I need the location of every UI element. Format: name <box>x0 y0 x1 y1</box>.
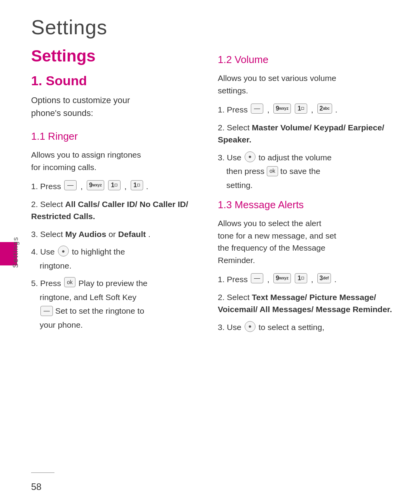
left-column: Settings 1. Sound Options to customize y… <box>31 47 202 339</box>
key-1-msg: 1☐ <box>295 273 307 283</box>
sound-title: 1. Sound <box>31 73 202 88</box>
ok-key-icon: ok <box>64 277 75 287</box>
message-desc: Allows you to select the alert tone for … <box>218 217 397 266</box>
ringer-title: 1.1 Ringer <box>31 130 202 142</box>
key-9wxyz-vol: 9wxyz <box>273 104 291 114</box>
ringer-step4: 4. Use ● to highlight the ringtone. <box>31 246 202 272</box>
ringer-desc: Allows you to assign ringtones for incom… <box>31 149 202 173</box>
soft-key-icon: — <box>64 180 77 190</box>
key-2abc: 2abc <box>317 104 332 114</box>
ringer-step5: 5. Press ok Play to preview the ringtone… <box>31 277 202 331</box>
ringer-step2: 2. Select All Calls/ Caller ID/ No Calle… <box>31 198 202 223</box>
nav-icon-vol: ● <box>245 151 256 162</box>
message-step3: 3. Use ● to select a setting, <box>218 321 397 334</box>
message-title: 1.3 Message Alerts <box>218 199 397 211</box>
section-title: Settings <box>31 47 202 65</box>
nav-icon-msg: ● <box>245 321 256 332</box>
right-column: 1.2 Volume Allows you to set various vol… <box>218 47 397 339</box>
ringer-step3: 3. Select My Audios or Default. <box>31 228 202 241</box>
key-3def: 3def <box>317 273 331 283</box>
message-step1: 1. Press —, 9wxyz 1☐, 3def . <box>218 273 397 286</box>
ringer-step1: 1. Press —, 9wxyz 1☐, 1☐ . <box>31 180 202 193</box>
volume-step3: 3. Use ● to adjust the volume then press… <box>218 151 397 191</box>
sidebar: Settings <box>0 0 17 504</box>
sidebar-label: Settings <box>12 236 20 268</box>
key-9wxyz-msg: 9wxyz <box>273 273 291 283</box>
main-content: Settings 1. Sound Options to customize y… <box>0 47 420 339</box>
key-9wxyz: 9wxyz <box>87 180 104 190</box>
ok-key-vol: ok <box>267 166 278 176</box>
page-number: 58 <box>31 481 42 492</box>
volume-title: 1.2 Volume <box>218 54 397 66</box>
soft-key-set-icon: — <box>40 306 53 316</box>
footer-line <box>31 472 54 473</box>
nav-icon-1: ● <box>58 246 69 256</box>
soft-key-vol-icon: — <box>251 104 263 114</box>
sound-intro: Options to customize your phone's sounds… <box>31 94 202 119</box>
key-1b: 1☐ <box>131 180 143 190</box>
message-step2: 2. Select Text Message/ Picture Message/… <box>218 291 397 316</box>
key-1-vol: 1☐ <box>295 104 307 114</box>
page-header-title: Settings <box>31 16 107 39</box>
key-1a: 1☐ <box>108 180 121 190</box>
page-header: Settings <box>0 0 420 47</box>
volume-desc: Allows you to set various volume setting… <box>218 72 397 97</box>
soft-key-msg-icon: — <box>251 273 263 283</box>
volume-step2: 2. Select Master Volume/ Keypad/ Earpiec… <box>218 121 397 146</box>
volume-step1: 1. Press —, 9wxyz 1☐, 2abc . <box>218 104 397 116</box>
